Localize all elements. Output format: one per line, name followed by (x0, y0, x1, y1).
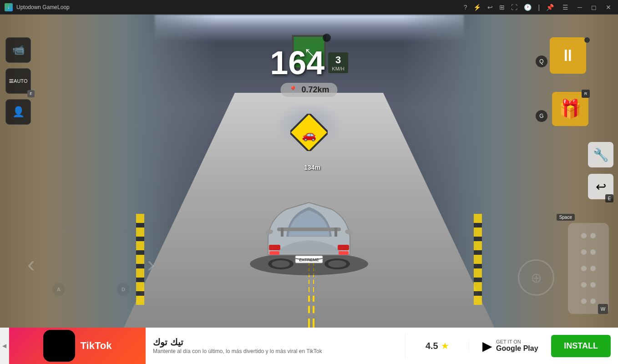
pin-icon[interactable]: 📌 (546, 4, 554, 11)
ad-app-description: Mantente al día con lo último, lo más di… (153, 348, 398, 355)
tiktok-logo: ♪ (43, 330, 75, 362)
pedal-dot (590, 233, 596, 238)
ad-app-icon-area: ♪ TikTok (9, 328, 146, 364)
refresh-icon[interactable]: ↩ (487, 4, 493, 11)
svg-rect-3 (269, 245, 280, 250)
warning-distance-label: 134m (304, 164, 320, 171)
gear-icon: ≡ (9, 76, 14, 86)
pedal-dot (581, 282, 587, 288)
speed-display: 164 (270, 46, 324, 79)
ad-rating-area: 4.5 ★ (405, 340, 469, 351)
a-key: A (52, 283, 65, 296)
gift-icon: 🎁 (559, 98, 582, 120)
tiktok-brand-name: TikTok (81, 340, 112, 352)
svg-rect-6 (339, 251, 349, 255)
q-key-label: Q (536, 56, 547, 67)
titlebar-left: ↓ Uptodown GameLoop (5, 3, 70, 11)
svg-rect-9 (334, 228, 337, 237)
svg-text:🚗: 🚗 (302, 127, 317, 142)
app-title: Uptodown GameLoop (16, 4, 70, 10)
fullscreen-icon[interactable]: ⛶ (511, 4, 517, 11)
distance-display: 0.72km (301, 85, 329, 95)
auto-button-wrap: ≡ AUTO F (5, 68, 31, 94)
ad-store-area: ▶ GET IT ON Google Play (469, 339, 551, 354)
menu-button[interactable]: ☰ (560, 4, 571, 11)
separator: | (538, 4, 540, 11)
pedal-dot (590, 282, 596, 288)
distance-icon: 📍 (289, 86, 298, 94)
google-play-text: GET IT ON Google Play (496, 339, 538, 353)
ad-rating-number: 4.5 (426, 341, 438, 351)
titlebar: ↓ Uptodown GameLoop ? ⚡ ↩ ⊞ ⛶ 🕐 | 📌 ☰ ─ … (0, 0, 618, 15)
camera-button[interactable]: 📹 (5, 37, 31, 63)
minimize-button[interactable]: ─ (575, 4, 584, 11)
camera-icon: 📹 (12, 44, 25, 56)
pause-button[interactable]: ⏸ (550, 37, 586, 74)
svg-point-15 (272, 260, 290, 268)
pedal-dot (581, 266, 587, 271)
help-icon[interactable]: ? (464, 4, 467, 11)
install-button[interactable]: INSTALL (551, 335, 611, 357)
arrow-icon: ◀ (2, 343, 6, 349)
get-it-on-label: GET IT ON (496, 339, 538, 344)
pedal-dot (590, 249, 596, 255)
space-key-label: Space (557, 214, 575, 221)
w-key-label: W (598, 304, 608, 314)
left-controls-panel: 📹 ≡ AUTO F 👤 (5, 37, 31, 125)
ad-text-area: تيك توك Mantente al día con lo último, l… (146, 333, 405, 359)
ad-banner: ◀ ♪ TikTok تيك توك Mantente al día con l… (0, 328, 618, 364)
grid-icon[interactable]: ⊞ (499, 4, 505, 11)
svg-rect-5 (269, 251, 279, 255)
nitro-circle: ⊕ (518, 259, 554, 296)
settings-wrench-button[interactable]: 🔧 (588, 142, 613, 167)
player-car: EXTREME (241, 173, 377, 291)
speed-hud: 164 3 KM/H (270, 46, 348, 79)
arrow-sign-dot (323, 34, 331, 42)
driver-button-wrap: 👤 (5, 99, 31, 125)
pedal-dots-row (581, 233, 596, 238)
f-key-hint: F (27, 90, 35, 97)
titlebar-controls: ? ⚡ ↩ ⊞ ⛶ 🕐 | 📌 ☰ ─ ◻ ✕ (464, 4, 613, 11)
steer-right-arrow: › (147, 251, 155, 277)
pedal-dot (590, 298, 596, 304)
speed-unit: KM/H (332, 66, 344, 71)
close-button[interactable]: ✕ (603, 4, 613, 11)
tiktok-icon: ♪ (55, 336, 63, 355)
ad-collapse-arrow[interactable]: ◀ (0, 328, 9, 364)
nitro-icon: ⊕ (531, 270, 542, 286)
svg-rect-4 (338, 245, 349, 250)
auto-label: AUTO (14, 78, 27, 84)
r-key-label: R (582, 90, 590, 98)
auto-button[interactable]: ≡ AUTO (5, 68, 31, 94)
pedal-dot (581, 249, 587, 255)
pedal-dots-row (581, 266, 596, 271)
speed-unit-box: 3 KM/H (328, 52, 348, 73)
pause-dots (584, 37, 590, 43)
ad-app-name: تيك توك (153, 337, 398, 348)
driver-button[interactable]: 👤 (5, 99, 31, 125)
distance-hud: 📍 0.72km (280, 83, 337, 97)
rotate-icon: ↩ (596, 179, 606, 194)
right-barrier (474, 214, 482, 305)
ad-rating-star: ★ (441, 340, 449, 351)
pause-icon: ⏸ (560, 46, 576, 65)
accelerator-pedal[interactable] (568, 223, 609, 314)
clock-icon[interactable]: 🕐 (524, 4, 532, 11)
pedal-dot (590, 266, 596, 271)
wrench-icon: 🔧 (593, 147, 609, 162)
pedal-dots-row (581, 282, 596, 288)
pedal-dot (581, 298, 587, 304)
g-key-label: G (536, 110, 547, 122)
steer-left-arrow: ‹ (27, 251, 35, 277)
driver-icon: 👤 (12, 106, 25, 118)
svg-rect-8 (281, 228, 284, 237)
d-key: D (117, 283, 130, 296)
lightning-icon[interactable]: ⚡ (473, 4, 481, 11)
pedal-dot (581, 233, 587, 238)
app-logo: ↓ (5, 3, 13, 11)
pedal-dots-row (581, 298, 596, 304)
pedal-dots-row (581, 249, 596, 255)
warning-sign: 🚗 (290, 114, 328, 151)
restore-button[interactable]: ◻ (589, 4, 599, 11)
gear-display: 3 (335, 54, 341, 66)
